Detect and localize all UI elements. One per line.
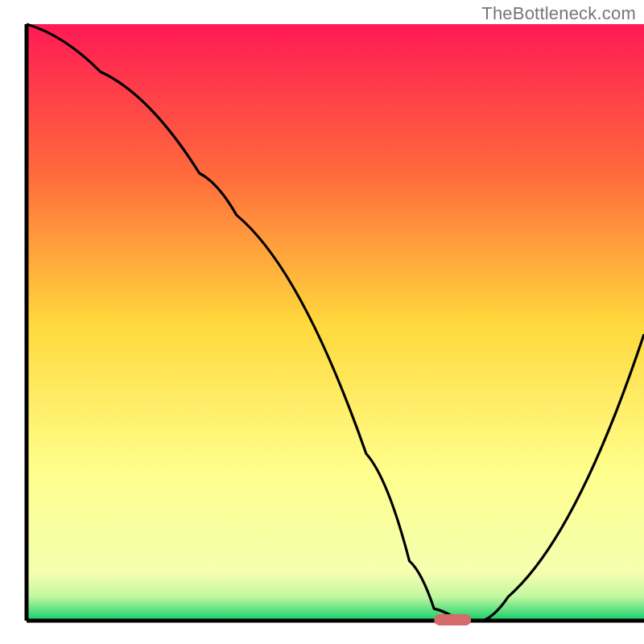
chart-svg <box>0 0 644 644</box>
watermark-text: TheBottleneck.com <box>481 3 636 24</box>
target-marker <box>434 614 471 625</box>
bottleneck-chart: TheBottleneck.com <box>0 0 644 644</box>
plot-background <box>27 24 644 621</box>
